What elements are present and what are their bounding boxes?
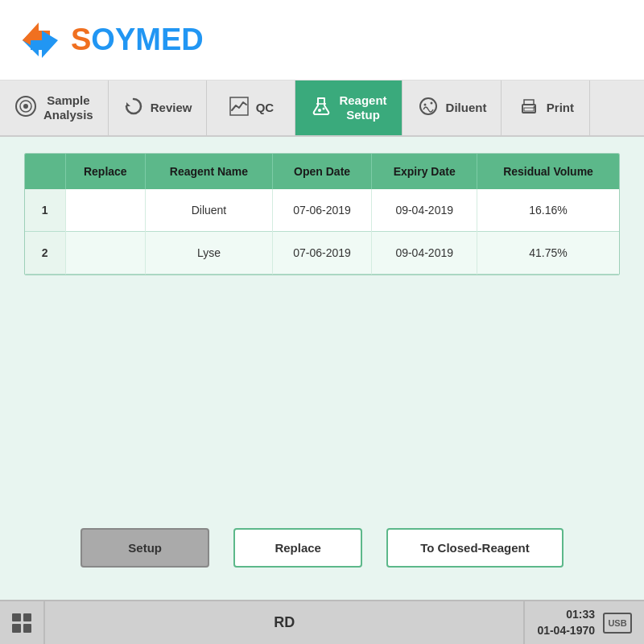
table-header-row: Replace Reagent Name Open Date Expiry Da… xyxy=(25,154,619,189)
col-header-open-date: Open Date xyxy=(272,154,372,189)
row-2-num: 2 xyxy=(25,232,65,275)
mode-label: RD xyxy=(274,614,295,631)
col-header-num xyxy=(25,154,65,189)
statusbar-time-usb: 01:33 01-04-1970 USB xyxy=(523,601,644,644)
reagent-table: Replace Reagent Name Open Date Expiry Da… xyxy=(25,154,619,275)
time-display: 01:33 xyxy=(537,607,595,623)
logo-oymed: OYMED xyxy=(91,23,203,56)
main-content: Replace Reagent Name Open Date Expiry Da… xyxy=(0,137,644,600)
svg-point-11 xyxy=(323,108,325,110)
date-display: 01-04-1970 xyxy=(537,623,595,639)
navbar: Sample Analysis Review QC Reagent Setup … xyxy=(0,80,644,137)
row-1-replace[interactable] xyxy=(65,189,146,232)
col-header-expiry-date: Expiry Date xyxy=(372,154,477,189)
row-2-replace[interactable] xyxy=(65,232,146,275)
svg-point-17 xyxy=(533,106,535,109)
diluent-icon xyxy=(417,95,440,121)
row-1-residual-volume: 16.16% xyxy=(477,189,619,232)
svg-point-13 xyxy=(423,104,426,106)
to-closed-reagent-button[interactable]: To Closed-Reagent xyxy=(386,528,564,568)
nav-diluent[interactable]: Diluent xyxy=(402,80,502,135)
setup-button[interactable]: Setup xyxy=(80,528,209,568)
replace-button[interactable]: Replace xyxy=(233,528,362,568)
qc-icon xyxy=(229,96,250,120)
nav-review-label: Review xyxy=(151,101,192,115)
reagent-table-container: Replace Reagent Name Open Date Expiry Da… xyxy=(24,153,620,275)
table-row[interactable]: 1 Diluent 07-06-2019 09-04-2019 16.16% xyxy=(25,189,619,232)
review-icon xyxy=(123,96,144,120)
grid-cell-2 xyxy=(23,613,32,622)
statusbar: RD 01:33 01-04-1970 USB xyxy=(0,600,644,644)
row-1-reagent-name: Diluent xyxy=(146,189,273,232)
svg-point-6 xyxy=(23,104,28,109)
reagent-setup-icon xyxy=(310,95,332,121)
statusbar-mode: RD xyxy=(45,614,523,631)
nav-print[interactable]: Print xyxy=(502,80,590,135)
svg-point-10 xyxy=(318,109,321,112)
grid-cell-1 xyxy=(12,613,21,622)
row-1-expiry-date: 09-04-2019 xyxy=(372,189,477,232)
col-header-replace: Replace xyxy=(65,154,146,189)
buttons-area: Setup Replace To Closed-Reagent xyxy=(24,528,620,584)
logo: SOYMED xyxy=(16,16,204,64)
nav-sample-analysis[interactable]: Sample Analysis xyxy=(0,80,109,135)
col-header-reagent-name: Reagent Name xyxy=(146,154,273,189)
grid-icon xyxy=(12,613,31,633)
print-icon xyxy=(518,95,540,121)
logo-icon xyxy=(16,16,64,64)
nav-print-label: Print xyxy=(547,101,574,115)
nav-qc-label: QC xyxy=(256,101,275,115)
nav-reagent-setup-label: Reagent Setup xyxy=(339,93,386,122)
row-1-open-date: 07-06-2019 xyxy=(272,189,372,232)
svg-rect-8 xyxy=(230,97,248,115)
usb-icon: USB xyxy=(603,613,632,634)
statusbar-menu-icon[interactable] xyxy=(0,601,45,644)
logo-text: SOYMED xyxy=(71,23,204,57)
time-block: 01:33 01-04-1970 xyxy=(537,607,595,638)
sample-analysis-icon xyxy=(14,95,37,121)
row-2-reagent-name: Lyse xyxy=(146,232,273,275)
row-2-residual-volume: 41.75% xyxy=(477,232,619,275)
row-2-open-date: 07-06-2019 xyxy=(272,232,372,275)
svg-point-14 xyxy=(430,102,432,105)
grid-cell-3 xyxy=(12,624,21,633)
nav-sample-analysis-label: Sample Analysis xyxy=(43,93,93,122)
nav-diluent-label: Diluent xyxy=(446,101,487,115)
nav-reagent-setup[interactable]: Reagent Setup xyxy=(295,80,402,135)
logo-s: S xyxy=(71,23,91,56)
svg-marker-7 xyxy=(126,102,130,106)
grid-cell-4 xyxy=(23,624,32,633)
col-header-residual-volume: Residual Volume xyxy=(477,154,619,189)
table-row[interactable]: 2 Lyse 07-06-2019 09-04-2019 41.75% xyxy=(25,232,619,275)
header: SOYMED xyxy=(0,0,644,80)
nav-qc[interactable]: QC xyxy=(207,80,295,135)
row-2-expiry-date: 09-04-2019 xyxy=(372,232,477,275)
row-1-num: 1 xyxy=(25,189,65,232)
nav-review[interactable]: Review xyxy=(109,80,208,135)
svg-rect-16 xyxy=(524,108,534,111)
svg-point-12 xyxy=(420,98,436,114)
